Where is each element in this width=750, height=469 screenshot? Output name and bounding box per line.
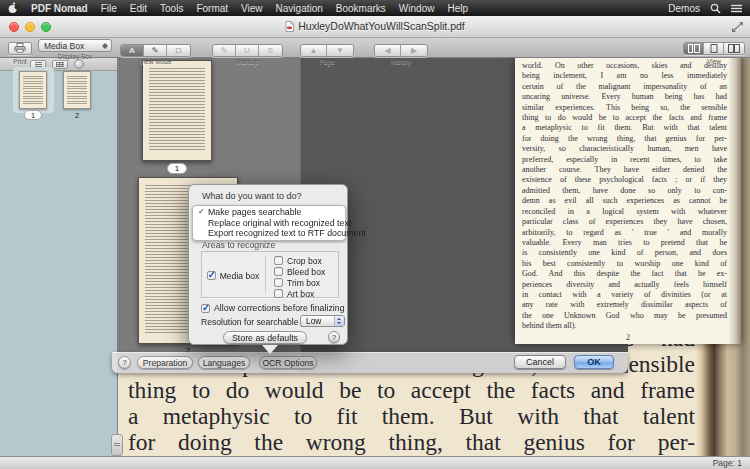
option-export-rtf[interactable]: Export recognized text to RTF document (193, 228, 345, 239)
markup-segmented: ✎ U S (212, 44, 283, 57)
menu-bar: PDF Nomad FileEditToolsFormatViewNavigat… (0, 0, 750, 16)
view-split-segment[interactable] (684, 43, 704, 54)
markup-group: ✎ U S Markup (212, 39, 283, 65)
ocr-preview-thumbnail-page-1[interactable] (142, 60, 212, 161)
languages-tab-button[interactable]: Languages (198, 356, 250, 369)
fullscreen-icon[interactable] (731, 21, 744, 33)
menu-item[interactable]: Tools (160, 3, 183, 14)
history-label: History (374, 58, 428, 65)
status-bar: Page: 1 (0, 456, 750, 469)
area-checkbox[interactable] (274, 289, 283, 298)
option-make-searchable[interactable]: ✓Make pages searchable (193, 207, 345, 218)
display-box-popup[interactable]: Media Box (38, 39, 112, 52)
markup-underline-segment[interactable]: U (236, 45, 259, 56)
popover-tail (262, 345, 278, 354)
view-single-segment[interactable] (704, 43, 724, 54)
title-bar: HuxleyDoWhatYouWillScanSplit.pdf (0, 16, 750, 38)
preview-page: world. On other occasions, skies and des… (515, 58, 741, 344)
menu-demos[interactable]: Demos (668, 3, 700, 14)
history-group: ◀ ▶ History (374, 39, 428, 65)
menu-item[interactable]: View (241, 3, 263, 14)
grip-icon (114, 443, 120, 448)
menu-item[interactable]: Navigation (276, 3, 323, 14)
area-checkbox[interactable] (274, 267, 283, 276)
view-mode-box-segment[interactable]: □ (167, 45, 190, 56)
menu-item[interactable]: Edit (130, 3, 147, 14)
sidebar-options-button[interactable] (74, 59, 84, 69)
allow-corrections-row[interactable]: Allow corrections before finalizing (201, 303, 345, 313)
popover-help-button[interactable]: ? (328, 331, 340, 343)
page-text-line: admitted them, have done so only to con- (522, 186, 727, 196)
page-text-line: demn as evil all such experiences as can… (522, 196, 727, 206)
page-text-line: thing to do would be to accept the facts… (522, 113, 727, 123)
media-box-checkbox[interactable] (207, 271, 216, 280)
menu-item[interactable]: Format (196, 3, 228, 14)
spotlight-search-icon[interactable] (710, 3, 721, 14)
page-text-line: arbitrarily, to regard as ' true ' and m… (522, 228, 727, 238)
store-as-defaults-button[interactable]: Store as defaults (223, 331, 307, 344)
page-text-line: uncaring universe. Every human being has… (522, 92, 727, 102)
print-button[interactable] (8, 42, 32, 55)
area-checkbox[interactable] (274, 256, 283, 265)
notification-center-icon[interactable] (731, 4, 742, 13)
preparation-tab-button[interactable]: Preparation (137, 356, 193, 369)
markup-strike-segment[interactable]: S (259, 45, 282, 56)
apple-menu-icon[interactable] (8, 2, 18, 14)
areas-group-box: Media box Crop boxBleed boxTrim boxArt b… (201, 251, 339, 298)
thumbnail-sidebar: 1 2 (0, 58, 118, 456)
popup-arrows-icon (334, 316, 344, 326)
ocr-options-tab-button[interactable]: OCR Options (259, 356, 317, 369)
option-replace-original[interactable]: Replace original with recognized text (193, 218, 345, 229)
history-back-segment[interactable]: ◀ (375, 45, 401, 56)
view-spread-segment[interactable] (724, 43, 744, 54)
page-text-line: reconciled in a logical system with what… (522, 207, 727, 217)
page-text-line: versity, so characteristically human, me… (522, 144, 727, 154)
view-mode-annotate-segment[interactable]: ✎ (144, 45, 167, 56)
menu-item[interactable]: Help (447, 3, 468, 14)
history-forward-segment[interactable]: ▶ (401, 45, 427, 56)
ocr-preview-area: world. On other occasions, skies and des… (300, 58, 628, 373)
ocr-action-list: ✓Make pages searchable Replace original … (192, 205, 346, 241)
view-mode-segmented: A ✎ □ (120, 44, 191, 57)
view-segmented (683, 42, 745, 55)
thumbnail-grid-view-button[interactable] (52, 60, 68, 69)
menu-app-name[interactable]: PDF Nomad (31, 3, 88, 14)
menu-item[interactable]: File (101, 3, 117, 14)
thumbnail-text-lines (67, 76, 87, 104)
view-mode-text-segment[interactable]: A (121, 45, 144, 56)
area-checkbox[interactable] (274, 278, 283, 287)
markup-pen-segment[interactable]: ✎ (213, 45, 236, 56)
page-text-line: a metaphysic to fit them. But with that … (522, 123, 727, 133)
page-1-number-badge: 1 (24, 110, 42, 120)
page-down-segment[interactable]: ▼ (327, 45, 353, 56)
page-up-segment[interactable]: ▲ (301, 45, 327, 56)
popover-question-label: What do you want to do? (202, 191, 302, 201)
media-box-checkbox-row[interactable]: Media box (202, 252, 264, 299)
ok-button[interactable]: OK (574, 355, 614, 369)
area-checkbox-row[interactable]: Trim box (274, 277, 325, 288)
page-1-number-badge: 1 (167, 163, 187, 174)
page-text-line: his best consistently to worship one kin… (522, 259, 727, 269)
area-checkbox-row[interactable]: Crop box (274, 255, 325, 266)
cancel-button[interactable]: Cancel (514, 355, 566, 369)
area-checkbox-row[interactable]: Art box (274, 288, 325, 299)
resolution-popup[interactable]: Low (300, 315, 345, 327)
menu-item[interactable]: Bookmarks (336, 3, 386, 14)
page-text-line: is consistently one kind of person, and … (522, 248, 727, 258)
window-title: HuxleyDoWhatYouWillScanSplit.pdf (0, 20, 750, 32)
sidebar-thumbnail-page-1[interactable] (19, 71, 47, 109)
help-button[interactable]: ? (118, 356, 131, 369)
print-label: Print (8, 58, 32, 65)
printer-icon (14, 43, 26, 53)
group-box-divider (265, 256, 266, 293)
menu-item[interactable]: Window (399, 3, 435, 14)
view-mode-label: View Mode (120, 58, 191, 65)
allow-corrections-checkbox[interactable] (201, 304, 210, 313)
popup-arrows-icon (101, 41, 109, 51)
display-box-label: Display Box (38, 53, 112, 60)
scrollbar-thumb[interactable] (111, 434, 123, 456)
page-text-line: God. And this despite the fact that he e… (522, 269, 727, 279)
page-text-line: certain of the malignant impersonality o… (522, 82, 727, 92)
area-checkbox-row[interactable]: Bleed box (274, 266, 325, 277)
sidebar-thumbnail-page-2[interactable] (63, 71, 91, 109)
